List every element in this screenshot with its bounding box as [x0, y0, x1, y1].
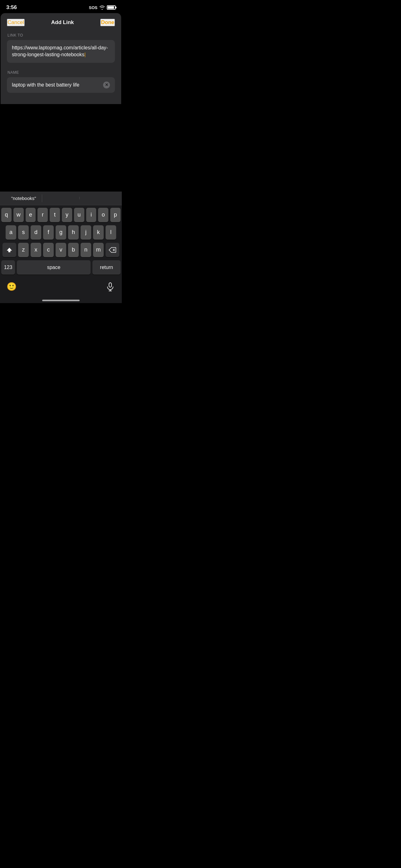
key-j[interactable]: j — [80, 225, 91, 240]
key-e[interactable]: e — [26, 208, 36, 222]
key-x[interactable]: x — [31, 243, 41, 257]
autocomplete-item-3[interactable] — [80, 197, 117, 199]
key-r[interactable]: r — [37, 208, 48, 222]
key-h[interactable]: h — [68, 225, 79, 240]
numbers-key[interactable]: 123 — [1, 260, 15, 275]
clear-name-button[interactable]: ✕ — [103, 82, 110, 88]
keyboard-area: "notebooks" q w e r t y u i o p a s d f … — [0, 191, 122, 303]
sos-indicator: SOS — [89, 5, 97, 10]
name-section: NAME laptop with the best battery life ✕ — [1, 68, 121, 98]
status-bar: 3:56 SOS — [0, 0, 122, 13]
shift-icon — [6, 247, 13, 253]
key-row-3: z x c v b n m — [1, 243, 121, 257]
battery-icon — [107, 5, 115, 10]
autocomplete-item-2[interactable] — [42, 197, 79, 199]
mic-button[interactable] — [105, 281, 115, 292]
key-a[interactable]: a — [6, 225, 16, 240]
status-time: 3:56 — [6, 4, 17, 11]
key-row-1: q w e r t y u i o p — [1, 208, 121, 222]
done-button[interactable]: Done — [100, 19, 115, 26]
key-f[interactable]: f — [43, 225, 54, 240]
content-spacer — [0, 104, 122, 191]
key-p[interactable]: p — [110, 208, 121, 222]
nav-bar: Cancel Add Link Done — [1, 13, 121, 31]
name-field-wrapper[interactable]: laptop with the best battery life ✕ — [7, 77, 115, 93]
svg-rect-0 — [109, 283, 111, 287]
key-v[interactable]: v — [56, 243, 66, 257]
home-indicator — [42, 300, 80, 301]
key-q[interactable]: q — [1, 208, 11, 222]
name-label: NAME — [7, 70, 115, 75]
home-indicator-bar — [0, 297, 122, 303]
autocomplete-bar: "notebooks" — [0, 191, 122, 205]
key-u[interactable]: u — [74, 208, 84, 222]
backspace-icon — [109, 247, 116, 253]
key-s[interactable]: s — [18, 225, 29, 240]
name-field: laptop with the best battery life — [12, 82, 103, 88]
key-l[interactable]: l — [106, 225, 116, 240]
cancel-button[interactable]: Cancel — [7, 19, 25, 26]
bottom-bar: 🙂 — [0, 279, 122, 297]
status-icons: SOS — [89, 5, 115, 10]
key-w[interactable]: w — [13, 208, 24, 222]
link-to-label: LINK TO — [7, 33, 115, 37]
key-z[interactable]: z — [18, 243, 29, 257]
key-i[interactable]: i — [86, 208, 97, 222]
autocomplete-item-1[interactable]: "notebooks" — [5, 194, 42, 202]
microphone-icon — [107, 282, 114, 291]
add-link-modal: Cancel Add Link Done LINK TO https://www… — [1, 13, 121, 104]
delete-key[interactable] — [106, 243, 119, 257]
return-key[interactable]: return — [93, 260, 121, 275]
link-to-section: LINK TO https://www.laptopmag.com/articl… — [1, 31, 121, 68]
key-g[interactable]: g — [56, 225, 66, 240]
key-d[interactable]: d — [31, 225, 41, 240]
key-b[interactable]: b — [68, 243, 79, 257]
key-k[interactable]: k — [93, 225, 104, 240]
key-n[interactable]: n — [80, 243, 91, 257]
keyboard: q w e r t y u i o p a s d f g h j k l — [0, 205, 122, 279]
shift-key[interactable] — [2, 243, 16, 257]
emoji-icon: 🙂 — [6, 282, 16, 291]
clear-x-icon: ✕ — [105, 83, 108, 87]
emoji-button[interactable]: 🙂 — [6, 281, 17, 292]
modal-title: Add Link — [51, 19, 74, 26]
wifi-icon — [99, 5, 105, 10]
space-key[interactable]: space — [17, 260, 91, 275]
link-to-field[interactable]: https://www.laptopmag.com/articles/all-d… — [7, 40, 115, 63]
key-row-2: a s d f g h j k l — [1, 225, 121, 240]
key-o[interactable]: o — [98, 208, 108, 222]
key-y[interactable]: y — [62, 208, 72, 222]
key-row-4: 123 space return — [1, 260, 121, 275]
key-t[interactable]: t — [49, 208, 60, 222]
key-c[interactable]: c — [43, 243, 54, 257]
key-m[interactable]: m — [93, 243, 104, 257]
